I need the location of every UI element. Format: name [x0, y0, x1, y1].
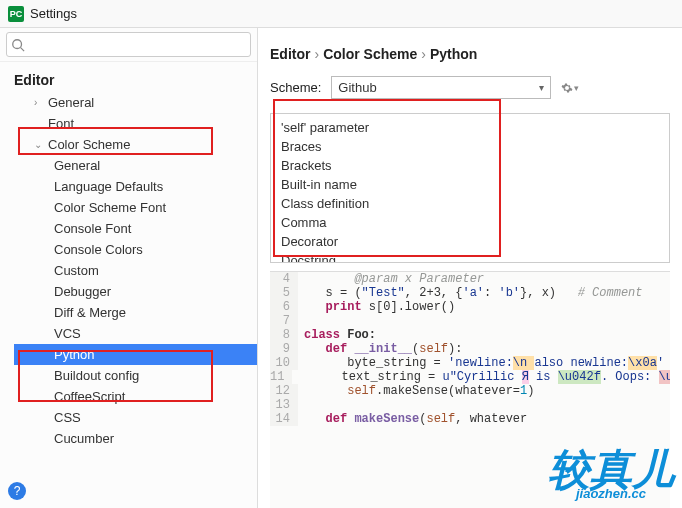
attr-braces[interactable]: Braces — [271, 137, 669, 156]
scheme-dropdown[interactable]: Github ▾ — [331, 76, 551, 99]
chevron-down-icon: ▾ — [539, 82, 544, 93]
scheme-gear-button[interactable]: ▾ — [561, 79, 579, 97]
settings-content: Editor›Color Scheme›Python Scheme: Githu… — [258, 28, 682, 508]
attr-decorator[interactable]: Decorator — [271, 232, 669, 251]
tree-item-cs-general[interactable]: General — [14, 155, 257, 176]
tree-item-cs-vcs[interactable]: VCS — [14, 323, 257, 344]
svg-line-1 — [21, 47, 25, 51]
help-button[interactable]: ? — [8, 482, 26, 500]
attr-docstring[interactable]: Docstring — [271, 251, 669, 263]
attr-brackets[interactable]: Brackets — [271, 156, 669, 175]
tree-item-cs-console-colors[interactable]: Console Colors — [14, 239, 257, 260]
attr-self-parameter[interactable]: 'self' parameter — [271, 118, 669, 137]
attr-builtin-name[interactable]: Built-in name — [271, 175, 669, 194]
breadcrumb: Editor›Color Scheme›Python — [270, 38, 670, 76]
app-icon: PC — [8, 6, 24, 22]
tree-item-cs-font[interactable]: Color Scheme Font — [14, 197, 257, 218]
tree-item-cs-cucumber[interactable]: Cucumber — [14, 428, 257, 449]
tree-item-cs-custom[interactable]: Custom — [14, 260, 257, 281]
window-title: Settings — [30, 6, 77, 21]
chevron-down-icon: ▾ — [574, 83, 579, 93]
gear-icon — [561, 81, 573, 95]
scheme-row: Scheme: Github ▾ ▾ — [270, 76, 670, 99]
tree-item-cs-diff-merge[interactable]: Diff & Merge — [14, 302, 257, 323]
attr-class-definition[interactable]: Class definition — [271, 194, 669, 213]
tree-item-cs-console-font[interactable]: Console Font — [14, 218, 257, 239]
tree-item-cs-css[interactable]: CSS — [14, 407, 257, 428]
tree-section-editor[interactable]: Editor — [14, 68, 257, 92]
chevron-down-icon: ⌄ — [34, 139, 44, 150]
attribute-list[interactable]: 'self' parameter Braces Brackets Built-i… — [270, 113, 670, 263]
tree-item-cs-buildout[interactable]: Buildout config — [14, 365, 257, 386]
settings-tree: Editor ›General Font ⌄Color Scheme Gener… — [0, 62, 257, 508]
tree-item-color-scheme[interactable]: ⌄Color Scheme — [14, 134, 257, 155]
tree-item-general[interactable]: ›General — [14, 92, 257, 113]
search-input-wrapper[interactable] — [6, 32, 251, 57]
attr-comma[interactable]: Comma — [271, 213, 669, 232]
window-titlebar: PC Settings — [0, 0, 682, 28]
tree-item-cs-lang-defaults[interactable]: Language Defaults — [14, 176, 257, 197]
settings-sidebar: Editor ›General Font ⌄Color Scheme Gener… — [0, 28, 258, 508]
svg-point-0 — [13, 39, 22, 48]
search-icon — [11, 38, 25, 52]
tree-item-font[interactable]: Font — [14, 113, 257, 134]
scheme-label: Scheme: — [270, 80, 321, 95]
tree-item-cs-debugger[interactable]: Debugger — [14, 281, 257, 302]
sidebar-search[interactable] — [25, 35, 246, 54]
chevron-right-icon: › — [34, 97, 44, 108]
tree-item-cs-python[interactable]: Python — [14, 344, 257, 365]
tree-item-cs-coffeescript[interactable]: CoffeeScript — [14, 386, 257, 407]
scheme-value: Github — [338, 80, 376, 95]
code-preview: 4 @param x Parameter 5 s = ("Test", 2+3,… — [270, 271, 670, 508]
